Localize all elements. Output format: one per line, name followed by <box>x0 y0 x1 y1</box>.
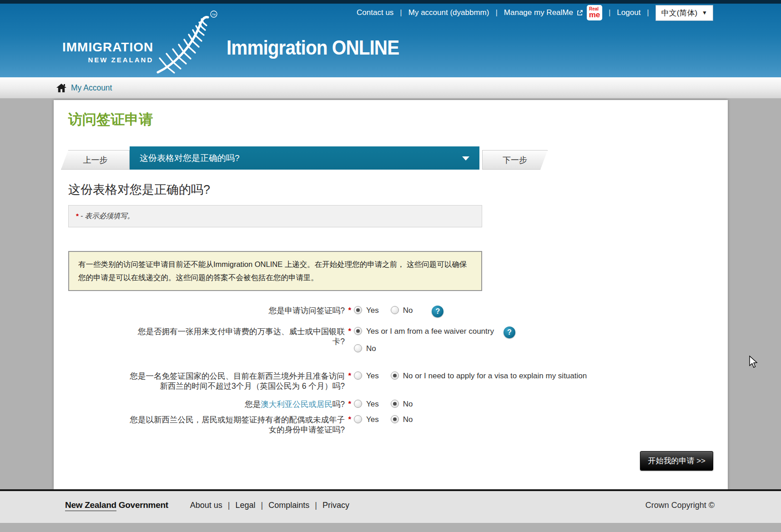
legal-link[interactable]: Legal <box>236 501 256 510</box>
crown-copyright: Crown Copyright © <box>645 501 715 510</box>
privacy-link[interactable]: Privacy <box>322 501 349 510</box>
radio-label: Yes or I am from a fee waiver country <box>366 326 494 336</box>
nz-government-logo[interactable]: New Zealand Government <box>65 500 168 510</box>
section-heading: 这份表格对您是正确的吗? <box>68 181 713 198</box>
nz-government-logo-part1: New Zealand <box>65 500 116 511</box>
step-nav: 上一步 这份表格对您是正确的吗? 下一步 <box>61 146 713 170</box>
radio-button[interactable] <box>354 415 362 423</box>
breadcrumb-my-account-link[interactable]: My Account <box>71 83 112 93</box>
info-box-text: 有一些类别的访问签证申请目前还不能从Immigration ONLINE 上递交… <box>78 260 467 281</box>
radio-button-selected[interactable] <box>354 327 362 335</box>
radio-button-selected[interactable] <box>354 306 362 314</box>
inz-wordmark-line1: IMMIGRATION <box>62 40 153 55</box>
pre-check-questions: 您是申请访问签证吗? * Yes No ? <box>68 306 713 435</box>
radio-option-no[interactable]: No <box>391 306 413 316</box>
logout-link[interactable]: Logout <box>617 8 640 17</box>
question-row-visa-waiver-country: 您是一名免签证国家的公民、目前在新西兰境外并且准备访问新西兰的时间不超过3个月（… <box>68 371 713 391</box>
radio-button[interactable] <box>391 306 399 314</box>
radio-button[interactable] <box>354 371 362 380</box>
start-application-button[interactable]: 开始我的申请 >> <box>640 451 713 471</box>
page: Contact us | My account (dyabbmm) | Mana… <box>0 0 781 532</box>
nav-separator: | <box>647 8 649 17</box>
top-nav: Contact us | My account (dyabbmm) | Mana… <box>357 5 713 21</box>
dropdown-caret-icon <box>462 156 469 161</box>
header-top-strip <box>0 0 781 4</box>
radio-option-yes-fee-waiver[interactable]: Yes or I am from a fee waiver country ? <box>354 326 515 338</box>
radio-label: Yes <box>366 371 379 381</box>
app-footer: New Zealand Government About us | Legal … <box>0 489 781 523</box>
radio-button[interactable] <box>354 400 362 408</box>
inz-wordmark-line2: NEW ZEALAND <box>62 56 153 64</box>
required-note-box: *- 表示必须填写。 <box>68 205 482 227</box>
footer-links: About us | Legal | Complaints | Privacy <box>190 501 349 510</box>
language-select[interactable]: 中文(简体) ▼ <box>655 5 713 21</box>
mouse-cursor <box>749 356 758 370</box>
australian-citizen-link[interactable]: 澳大利亚公民或居民 <box>261 400 333 409</box>
help-icon[interactable]: ? <box>504 326 515 338</box>
content-card: 访问签证申请 上一步 这份表格对您是正确的吗? 下一步 这份表格对您是正确的吗?… <box>54 100 728 489</box>
nav-separator: | <box>609 8 610 17</box>
required-asterisk: * <box>76 212 79 220</box>
radio-label: No <box>403 415 413 425</box>
manage-realme-link[interactable]: Manage my RealMe <box>504 8 573 17</box>
radio-label: No <box>366 344 376 354</box>
required-note-text: - 表示必须填写。 <box>81 212 134 220</box>
question-label: 您是以新西兰公民，居民或短期签证持有者的配偶或未成年子女的身份申请签证吗? <box>130 415 345 434</box>
help-icon[interactable]: ? <box>432 306 443 317</box>
nav-separator: | <box>400 8 402 17</box>
current-step-dropdown[interactable]: 这份表格对您是正确的吗? <box>130 146 479 170</box>
about-us-link[interactable]: About us <box>190 501 222 510</box>
radio-button-selected[interactable] <box>391 400 399 408</box>
info-box: 有一些类别的访问签证申请目前还不能从Immigration ONLINE 上递交… <box>68 251 482 291</box>
radio-option-yes[interactable]: Yes <box>354 371 379 381</box>
home-icon[interactable] <box>56 84 66 92</box>
current-step-label: 这份表格对您是正确的吗? <box>140 152 240 164</box>
question-options: Yes No or I need to apply for a visa to … <box>354 371 587 381</box>
realme-logo-text-bottom: me <box>589 11 600 19</box>
next-step-button[interactable]: 下一步 <box>482 150 548 170</box>
radio-option-yes[interactable]: Yes <box>354 306 379 316</box>
question-label-wrap: 您是澳大利亚公民或居民吗? * <box>126 399 345 409</box>
previous-step-button[interactable]: 上一步 <box>61 150 130 170</box>
radio-button-selected[interactable] <box>391 371 399 380</box>
footer-separator: | <box>261 501 263 510</box>
footer-separator: | <box>315 501 317 510</box>
question-label: 您是否拥有一张用来支付申请费的万事达、威士或中国银联卡? <box>138 327 345 346</box>
question-label-prefix: 您是 <box>245 400 261 409</box>
complaints-link[interactable]: Complaints <box>268 501 309 510</box>
required-asterisk: * <box>348 371 351 381</box>
radio-label: Yes <box>366 399 379 409</box>
radio-option-no[interactable]: No <box>391 415 413 425</box>
radio-option-no[interactable]: No <box>354 344 376 354</box>
radio-button[interactable] <box>354 344 362 352</box>
radio-option-no-explain[interactable]: No or I need to apply for a visa to expl… <box>391 371 587 381</box>
language-caret-icon: ▼ <box>702 10 707 16</box>
next-step-label: 下一步 <box>503 155 527 166</box>
radio-button-selected[interactable] <box>391 415 399 423</box>
required-asterisk: * <box>348 415 351 425</box>
question-row-australian-citizen: 您是澳大利亚公民或居民吗? * Yes No <box>68 399 713 409</box>
realme-logo[interactable]: Real me <box>587 5 602 20</box>
radio-label: Yes <box>366 306 379 316</box>
radio-label: Yes <box>366 415 379 425</box>
radio-label: No <box>403 399 413 409</box>
inz-wordmark: IMMIGRATION NEW ZEALAND <box>62 40 153 64</box>
radio-label: No <box>403 306 413 316</box>
question-options: Yes No <box>354 415 413 425</box>
radio-label: No or I need to apply for a visa to expl… <box>403 371 587 381</box>
required-asterisk: * <box>348 326 351 336</box>
question-row-payment-card: 您是否拥有一张用来支付申请费的万事达、威士或中国银联卡? * Yes or I … <box>68 326 713 354</box>
my-account-link[interactable]: My account (dyabbmm) <box>408 8 489 17</box>
question-label-wrap: 您是申请访问签证吗? * <box>126 306 345 316</box>
question-label-wrap: 您是以新西兰公民，居民或短期签证持有者的配偶或未成年子女的身份申请签证吗? * <box>126 415 345 435</box>
contact-us-link[interactable]: Contact us <box>357 8 393 17</box>
silver-fern-icon: TM <box>151 7 223 77</box>
radio-option-no[interactable]: No <box>391 399 413 409</box>
footer-separator: | <box>228 501 230 510</box>
radio-option-yes[interactable]: Yes <box>354 415 379 425</box>
previous-step-label: 上一步 <box>83 155 108 166</box>
radio-option-yes[interactable]: Yes <box>354 399 379 409</box>
question-label-wrap: 您是否拥有一张用来支付申请费的万事达、威士或中国银联卡? * <box>126 326 345 346</box>
question-label-suffix: 吗? <box>333 400 345 409</box>
question-label: 您是一名免签证国家的公民、目前在新西兰境外并且准备访问新西兰的时间不超过3个月（… <box>130 371 345 391</box>
